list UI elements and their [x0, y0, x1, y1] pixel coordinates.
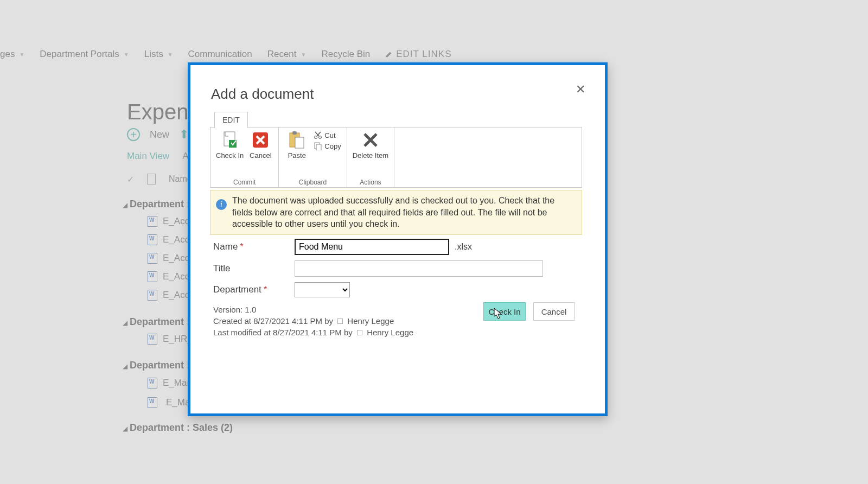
svg-rect-5 — [295, 137, 304, 148]
cancel-icon — [251, 131, 270, 149]
modified-user[interactable]: Henry Legge — [367, 328, 413, 337]
delete-button[interactable]: Delete Item — [353, 131, 388, 160]
presence-icon — [357, 330, 362, 335]
version-text: Version: 1.0 — [213, 304, 413, 315]
svg-point-7 — [319, 136, 322, 139]
dialog-buttons: Check In Cancel — [483, 302, 575, 321]
svg-rect-9 — [316, 144, 321, 150]
name-input[interactable] — [295, 239, 449, 255]
department-label: Department* — [213, 284, 295, 295]
form-row-name: Name* .xlsx — [213, 239, 573, 255]
cut-button[interactable]: Cut — [314, 131, 341, 139]
tab-edit[interactable]: EDIT — [214, 112, 248, 128]
scissors-icon — [314, 131, 322, 139]
ribbon-group-clipboard: Paste Cut Copy Clipboard — [279, 128, 347, 187]
ribbon-group-commit: Check In Cancel Commit — [210, 128, 279, 187]
department-select[interactable] — [295, 282, 350, 297]
btn-label: Copy — [324, 142, 341, 150]
form-row-department: Department* — [213, 282, 573, 297]
btn-label: Check In — [216, 151, 244, 160]
btn-label: Paste — [288, 151, 306, 160]
form-row-title: Title — [213, 260, 573, 277]
cancel-dialog-button[interactable]: Cancel — [533, 302, 575, 321]
title-label: Title — [213, 263, 295, 274]
checkin-icon — [221, 131, 239, 149]
close-icon[interactable]: ✕ — [576, 82, 585, 97]
created-user[interactable]: Henry Legge — [347, 316, 394, 326]
svg-point-6 — [315, 136, 317, 139]
created-text: Created at 8/27/2021 4:11 PM by Henry Le… — [213, 315, 413, 327]
group-label: Commit — [233, 179, 256, 186]
btn-label: Delete Item — [353, 151, 388, 160]
btn-label: Cut — [324, 131, 335, 139]
modified-text: Last modified at 8/27/2021 4:11 PM by He… — [213, 327, 413, 338]
svg-rect-4 — [292, 131, 297, 135]
presence-icon — [337, 319, 343, 324]
metadata-block: Version: 1.0 Created at 8/27/2021 4:11 P… — [213, 304, 413, 338]
file-extension: .xlsx — [455, 242, 472, 252]
name-label: Name* — [213, 241, 295, 252]
ribbon-group-actions: Delete Item Actions — [347, 128, 394, 187]
checkin-button[interactable]: Check In — [216, 131, 244, 160]
add-document-dialog: Add a document ✕ EDIT Check In Cancel Co… — [197, 72, 595, 402]
title-input[interactable] — [295, 260, 543, 277]
btn-label: Cancel — [250, 151, 271, 160]
cancel-button[interactable]: Cancel — [248, 131, 273, 160]
group-label: Clipboard — [299, 179, 327, 186]
check-in-button[interactable]: Check In — [483, 302, 526, 321]
paste-button[interactable]: Paste — [284, 131, 309, 160]
group-label: Actions — [360, 179, 381, 186]
info-icon: i — [216, 199, 227, 210]
copy-icon — [314, 142, 322, 150]
paste-icon — [288, 131, 306, 149]
dialog-title: Add a document — [211, 86, 314, 103]
info-banner: i The document was uploaded successfully… — [210, 190, 582, 235]
copy-button[interactable]: Copy — [314, 142, 341, 150]
ribbon: Check In Cancel Commit Paste Cut — [210, 127, 582, 188]
delete-icon — [361, 131, 380, 149]
info-text: The document was uploaded successfully a… — [232, 196, 554, 228]
